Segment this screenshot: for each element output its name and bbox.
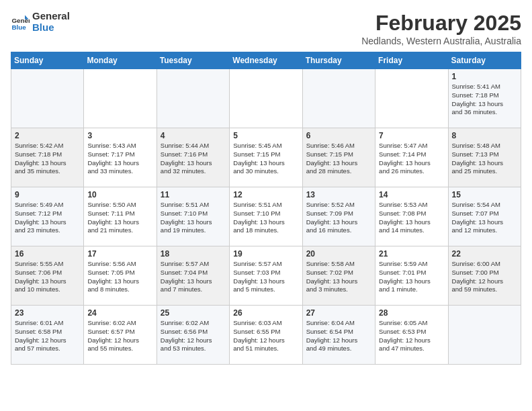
- day-cell: 2Sunrise: 5:42 AM Sunset: 7:18 PM Daylig…: [11, 128, 84, 187]
- day-cell: 3Sunrise: 5:43 AM Sunset: 7:17 PM Daylig…: [84, 128, 157, 187]
- col-header-sunday: Sunday: [11, 52, 84, 69]
- day-cell: 20Sunrise: 5:58 AM Sunset: 7:02 PM Dayli…: [302, 246, 375, 306]
- day-cell: 19Sunrise: 5:57 AM Sunset: 7:03 PM Dayli…: [230, 246, 302, 306]
- day-info: Sunrise: 5:51 AM Sunset: 7:10 PM Dayligh…: [161, 201, 226, 235]
- day-number: 26: [233, 308, 298, 318]
- day-info: Sunrise: 5:59 AM Sunset: 7:01 PM Dayligh…: [379, 260, 444, 294]
- day-cell: 10Sunrise: 5:50 AM Sunset: 7:11 PM Dayli…: [84, 187, 157, 246]
- day-number: 2: [15, 131, 80, 140]
- day-cell: 21Sunrise: 5:59 AM Sunset: 7:01 PM Dayli…: [375, 246, 448, 306]
- day-cell: 1Sunrise: 5:41 AM Sunset: 7:18 PM Daylig…: [448, 69, 521, 128]
- day-cell: 15Sunrise: 5:54 AM Sunset: 7:07 PM Dayli…: [448, 187, 521, 246]
- col-header-wednesday: Wednesday: [230, 52, 302, 69]
- title-area: February 2025 Nedlands, Western Australi…: [361, 11, 521, 46]
- day-cell: 11Sunrise: 5:51 AM Sunset: 7:10 PM Dayli…: [157, 187, 229, 246]
- day-number: 10: [87, 190, 152, 199]
- day-cell: 25Sunrise: 6:02 AM Sunset: 6:56 PM Dayli…: [157, 306, 229, 365]
- col-header-friday: Friday: [375, 52, 448, 69]
- day-info: Sunrise: 5:57 AM Sunset: 7:03 PM Dayligh…: [233, 260, 298, 294]
- day-cell: 14Sunrise: 5:53 AM Sunset: 7:08 PM Dayli…: [375, 187, 448, 246]
- day-number: 3: [87, 131, 152, 140]
- day-cell: [302, 69, 375, 128]
- header: General Blue General Blue February 2025 …: [11, 11, 521, 46]
- day-number: 20: [306, 249, 371, 259]
- week-row-4: 16Sunrise: 5:55 AM Sunset: 7:06 PM Dayli…: [11, 246, 521, 306]
- day-info: Sunrise: 5:55 AM Sunset: 7:06 PM Dayligh…: [15, 260, 80, 294]
- day-cell: 17Sunrise: 5:56 AM Sunset: 7:05 PM Dayli…: [84, 246, 157, 306]
- col-header-saturday: Saturday: [448, 52, 521, 69]
- week-row-1: 1Sunrise: 5:41 AM Sunset: 7:18 PM Daylig…: [11, 69, 521, 128]
- day-info: Sunrise: 5:44 AM Sunset: 7:16 PM Dayligh…: [161, 142, 226, 176]
- col-header-monday: Monday: [84, 52, 157, 69]
- day-cell: [157, 69, 229, 128]
- month-title: February 2025: [361, 11, 521, 36]
- day-info: Sunrise: 5:43 AM Sunset: 7:17 PM Dayligh…: [87, 142, 152, 176]
- day-cell: [84, 69, 157, 128]
- week-row-5: 23Sunrise: 6:01 AM Sunset: 6:58 PM Dayli…: [11, 306, 521, 365]
- day-cell: 7Sunrise: 5:47 AM Sunset: 7:14 PM Daylig…: [375, 128, 448, 187]
- day-info: Sunrise: 5:42 AM Sunset: 7:18 PM Dayligh…: [15, 142, 80, 176]
- day-info: Sunrise: 5:48 AM Sunset: 7:13 PM Dayligh…: [452, 142, 517, 176]
- day-info: Sunrise: 5:53 AM Sunset: 7:08 PM Dayligh…: [379, 201, 444, 235]
- day-number: 5: [233, 131, 298, 140]
- day-number: 16: [15, 249, 80, 259]
- day-number: 21: [379, 249, 444, 259]
- day-number: 23: [15, 308, 80, 318]
- day-cell: 12Sunrise: 5:51 AM Sunset: 7:10 PM Dayli…: [230, 187, 302, 246]
- day-number: 25: [161, 308, 226, 318]
- day-number: 22: [452, 249, 517, 259]
- day-number: 24: [87, 308, 152, 318]
- day-info: Sunrise: 5:56 AM Sunset: 7:05 PM Dayligh…: [87, 260, 152, 294]
- day-info: Sunrise: 5:41 AM Sunset: 7:18 PM Dayligh…: [452, 83, 517, 117]
- day-cell: 5Sunrise: 5:45 AM Sunset: 7:15 PM Daylig…: [230, 128, 302, 187]
- col-header-tuesday: Tuesday: [157, 52, 229, 69]
- day-info: Sunrise: 6:03 AM Sunset: 6:55 PM Dayligh…: [233, 319, 298, 353]
- day-number: 12: [233, 190, 298, 199]
- day-cell: 13Sunrise: 5:52 AM Sunset: 7:09 PM Dayli…: [302, 187, 375, 246]
- day-cell: 27Sunrise: 6:04 AM Sunset: 6:54 PM Dayli…: [302, 306, 375, 365]
- week-row-3: 9Sunrise: 5:49 AM Sunset: 7:12 PM Daylig…: [11, 187, 521, 246]
- day-number: 4: [161, 131, 226, 140]
- day-info: Sunrise: 6:01 AM Sunset: 6:58 PM Dayligh…: [15, 319, 80, 353]
- day-info: Sunrise: 5:45 AM Sunset: 7:15 PM Dayligh…: [233, 142, 298, 176]
- day-info: Sunrise: 5:49 AM Sunset: 7:12 PM Dayligh…: [15, 201, 80, 235]
- day-number: 14: [379, 190, 444, 199]
- day-info: Sunrise: 5:46 AM Sunset: 7:15 PM Dayligh…: [306, 142, 371, 176]
- week-row-2: 2Sunrise: 5:42 AM Sunset: 7:18 PM Daylig…: [11, 128, 521, 187]
- day-number: 28: [379, 308, 444, 318]
- day-info: Sunrise: 5:50 AM Sunset: 7:11 PM Dayligh…: [87, 201, 152, 235]
- day-number: 9: [15, 190, 80, 199]
- day-number: 13: [306, 190, 371, 199]
- day-number: 18: [161, 249, 226, 259]
- day-number: 27: [306, 308, 371, 318]
- day-cell: 23Sunrise: 6:01 AM Sunset: 6:58 PM Dayli…: [11, 306, 84, 365]
- day-info: Sunrise: 5:58 AM Sunset: 7:02 PM Dayligh…: [306, 260, 371, 294]
- day-cell: 26Sunrise: 6:03 AM Sunset: 6:55 PM Dayli…: [230, 306, 302, 365]
- calendar-table: SundayMondayTuesdayWednesdayThursdayFrid…: [11, 52, 521, 365]
- logo-icon: General Blue: [11, 13, 30, 32]
- day-cell: [230, 69, 302, 128]
- day-cell: 6Sunrise: 5:46 AM Sunset: 7:15 PM Daylig…: [302, 128, 375, 187]
- day-cell: [375, 69, 448, 128]
- day-info: Sunrise: 6:00 AM Sunset: 7:00 PM Dayligh…: [452, 260, 517, 294]
- logo: General Blue General Blue: [11, 11, 70, 33]
- day-number: 1: [452, 72, 517, 81]
- day-info: Sunrise: 5:57 AM Sunset: 7:04 PM Dayligh…: [161, 260, 226, 294]
- logo-blue: Blue: [32, 22, 70, 34]
- day-cell: 22Sunrise: 6:00 AM Sunset: 7:00 PM Dayli…: [448, 246, 521, 306]
- day-cell: 28Sunrise: 6:05 AM Sunset: 6:53 PM Dayli…: [375, 306, 448, 365]
- day-cell: [11, 69, 84, 128]
- day-cell: 18Sunrise: 5:57 AM Sunset: 7:04 PM Dayli…: [157, 246, 229, 306]
- day-cell: 16Sunrise: 5:55 AM Sunset: 7:06 PM Dayli…: [11, 246, 84, 306]
- day-info: Sunrise: 6:05 AM Sunset: 6:53 PM Dayligh…: [379, 319, 444, 353]
- day-number: 11: [161, 190, 226, 199]
- day-number: 7: [379, 131, 444, 140]
- day-info: Sunrise: 6:04 AM Sunset: 6:54 PM Dayligh…: [306, 319, 371, 353]
- header-row: SundayMondayTuesdayWednesdayThursdayFrid…: [11, 52, 521, 69]
- day-cell: 4Sunrise: 5:44 AM Sunset: 7:16 PM Daylig…: [157, 128, 229, 187]
- day-cell: 8Sunrise: 5:48 AM Sunset: 7:13 PM Daylig…: [448, 128, 521, 187]
- location: Nedlands, Western Australia, Australia: [361, 36, 521, 46]
- day-info: Sunrise: 6:02 AM Sunset: 6:57 PM Dayligh…: [87, 319, 152, 353]
- svg-text:Blue: Blue: [11, 24, 26, 31]
- day-number: 19: [233, 249, 298, 259]
